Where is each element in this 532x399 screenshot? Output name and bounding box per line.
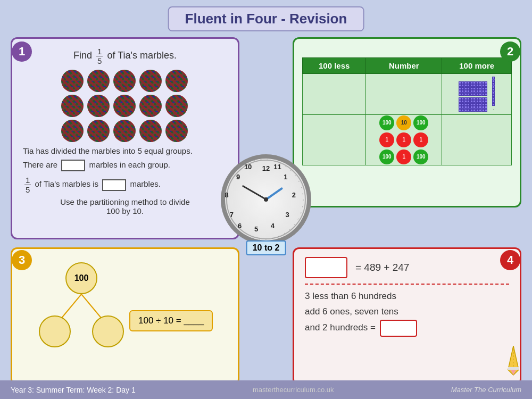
footer-right: Master The Curriculum <box>451 386 521 394</box>
value-table-container: 100 less Number 100 more <box>302 57 512 165</box>
cell-r1-c1 <box>303 74 366 115</box>
clock-num-7: 7 <box>230 210 234 218</box>
marble <box>113 95 136 117</box>
fraction-inline: 1 5 <box>24 176 31 194</box>
clock-container: 12 1 2 3 4 5 6 7 8 9 10 11 10 to 2 <box>218 154 314 250</box>
token-100: 100 <box>379 149 394 164</box>
answer-rect-top[interactable] <box>305 257 347 278</box>
clock-num-1: 1 <box>284 172 287 180</box>
footer-center: masterthecurriculum.co.uk <box>253 386 334 394</box>
clock-num-11: 11 <box>273 163 281 171</box>
col-header-100more: 100 more <box>442 58 512 74</box>
ten-strip <box>492 77 495 106</box>
pencil-decoration <box>503 346 524 378</box>
question-number-3: 3 <box>12 250 32 270</box>
panel-3: 100 100 ÷ 10 = ____ <box>11 247 239 386</box>
clock-num-2: 2 <box>292 190 296 198</box>
cell-r2-c3 <box>442 114 512 165</box>
fraction-1-5: 1 5 <box>96 47 103 65</box>
table-row-2: 100 10 100 1 1 1 100 1 <box>303 114 512 165</box>
tokens-row-1: 100 10 100 <box>379 115 429 131</box>
cell-r1-c2 <box>366 74 442 115</box>
token-100: 100 <box>379 115 394 130</box>
clock-num-10: 10 <box>244 163 252 171</box>
cell-r1-c3: · <box>442 74 512 115</box>
tree-node-right <box>92 315 124 347</box>
token-1: 1 <box>396 132 411 147</box>
panel1-marbles-text: There are marbles in each group. <box>23 160 227 171</box>
svg-rect-8 <box>508 367 519 370</box>
time-label: 10 to 2 <box>246 240 286 255</box>
marble <box>165 120 188 142</box>
panel4-top: = 489 + 247 <box>305 257 509 278</box>
marble <box>61 70 84 92</box>
answer-rect-bottom[interactable] <box>380 320 417 337</box>
marble <box>139 120 162 142</box>
clock-num-5: 5 <box>254 225 258 233</box>
factor-tree: 100 <box>23 262 227 347</box>
marble <box>165 95 188 117</box>
hundred-block-2 <box>459 97 488 112</box>
token-100: 100 <box>413 149 428 164</box>
marble <box>139 95 162 117</box>
token-10: 10 <box>396 115 411 130</box>
token-1: 1 <box>379 132 394 147</box>
dashed-divider <box>305 284 509 285</box>
marble <box>139 70 162 92</box>
col-header-number: Number <box>366 58 442 74</box>
marble <box>113 70 136 92</box>
panel-4: = 489 + 247 3 less than 6 hundreds add 6… <box>293 247 521 386</box>
hundred-block <box>459 81 488 96</box>
clock-num-9: 9 <box>236 172 240 180</box>
panel1-description: Tia has divided the marbles into 5 equal… <box>23 146 227 155</box>
token-1: 1 <box>396 149 411 164</box>
marble <box>61 120 84 142</box>
token-1: 1 <box>413 132 428 147</box>
clock-num-3: 3 <box>285 210 289 218</box>
panel1-fraction-text: 1 5 of Tia's marbles is marbles. <box>23 176 227 194</box>
marble <box>61 95 84 117</box>
clock-num-8: 8 <box>225 190 228 198</box>
clock-num-6: 6 <box>238 222 242 230</box>
tokens-row-3: 100 1 100 <box>379 149 429 165</box>
token-100: 100 <box>413 115 428 130</box>
panel1-title: Find 1 5 of Tia's marbles. <box>23 47 227 65</box>
table-row: · <box>303 74 512 115</box>
marble <box>165 70 188 92</box>
clock-num-12: 12 <box>262 164 270 172</box>
clock-num-4: 4 <box>271 222 275 230</box>
marble <box>113 120 136 142</box>
clock-face: 12 1 2 3 4 5 6 7 8 9 10 11 <box>221 154 311 245</box>
tokens-row-2: 1 1 1 <box>379 132 429 148</box>
value-table: 100 less Number 100 more <box>302 57 512 165</box>
panel-2: 100 less Number 100 more <box>293 37 521 207</box>
col-header-100less: 100 less <box>303 58 366 74</box>
panel4-equation: = 489 + 247 <box>355 262 409 273</box>
panel4-text: 3 less than 6 hundreds add 6 ones, seven… <box>305 289 509 337</box>
marble <box>87 95 110 117</box>
panel1-divide-text: Use the partitioning method to divide 10… <box>23 197 227 215</box>
marble <box>87 120 110 142</box>
base10-blocks: · <box>442 74 511 114</box>
marble <box>87 70 110 92</box>
marbles-grid <box>61 70 189 142</box>
page-title: Fluent in Four - Revision <box>168 6 364 31</box>
question-number-1: 1 <box>12 41 32 62</box>
footer-left: Year 3: Summer Term: Week 2: Day 1 <box>11 386 136 394</box>
token-grid: 100 10 100 1 1 1 100 1 <box>366 115 442 165</box>
panel-1: Find 1 5 of Tia's marbles. Tia has divid… <box>11 37 239 239</box>
footer: Year 3: Summer Term: Week 2: Day 1 maste… <box>0 380 532 399</box>
question-number-4: 4 <box>500 250 520 270</box>
answer-box-2[interactable] <box>102 179 126 191</box>
cell-r2-c2: 100 10 100 1 1 1 100 1 <box>366 114 442 165</box>
question-number-2: 2 <box>500 41 520 62</box>
answer-box-1[interactable] <box>61 160 85 171</box>
tree-node-left <box>39 315 71 347</box>
clock-center-dot <box>264 197 268 202</box>
